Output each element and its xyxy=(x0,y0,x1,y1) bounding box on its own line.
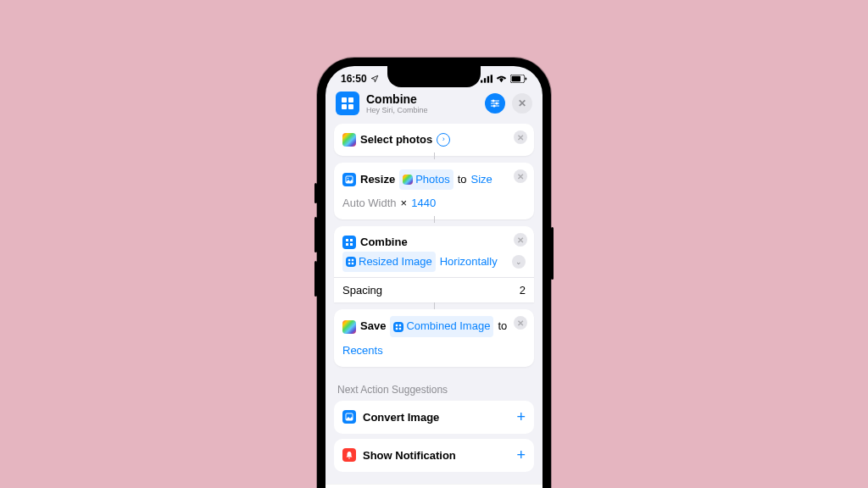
photos-icon xyxy=(403,175,413,185)
action-save[interactable]: Save Combined Image to Recents ✕ xyxy=(334,309,534,366)
combine-input-param[interactable]: Resized Image xyxy=(342,252,436,272)
dimension-sep: × xyxy=(401,194,408,213)
svg-point-16 xyxy=(493,105,496,108)
spacing-label: Spacing xyxy=(342,284,382,297)
save-input-param[interactable]: Combined Image xyxy=(390,316,493,336)
action-resize[interactable]: Resize Photos to Size Auto Width × 1440 … xyxy=(334,163,534,219)
grid-icon xyxy=(342,236,356,249)
actions-list: Select photos › ✕ Resize Photos to Size … xyxy=(326,124,542,472)
resize-input-param[interactable]: Photos xyxy=(399,169,453,190)
svg-rect-30 xyxy=(399,327,401,329)
svg-rect-19 xyxy=(346,239,348,241)
connector xyxy=(434,152,435,159)
spacing-row[interactable]: Spacing 2 xyxy=(334,277,534,302)
connector xyxy=(434,216,435,223)
add-icon[interactable]: + xyxy=(516,446,526,464)
suggestion-label: Show Notification xyxy=(363,449,509,462)
svg-rect-5 xyxy=(512,76,520,81)
action-select-photos[interactable]: Select photos › ✕ xyxy=(334,124,534,156)
grid-icon xyxy=(346,257,356,267)
save-dest-param[interactable]: Recents xyxy=(342,341,383,360)
wifi-icon xyxy=(496,75,507,83)
notch xyxy=(387,66,481,87)
svg-rect-7 xyxy=(342,97,347,103)
photos-icon xyxy=(342,320,356,334)
header: Combine Hey Siri, Combine ✕ xyxy=(326,86,542,124)
action-label: Save xyxy=(360,317,386,336)
resize-height-param[interactable]: 1440 xyxy=(411,194,436,213)
notification-icon xyxy=(342,448,356,462)
resize-size-param[interactable]: Size xyxy=(471,170,492,189)
svg-rect-23 xyxy=(348,259,350,261)
shortcut-subtitle: Hey Siri, Combine xyxy=(366,106,478,114)
suggestion-label: Convert Image xyxy=(363,411,509,424)
svg-rect-6 xyxy=(526,77,527,80)
combine-mode-param[interactable]: Horizontally xyxy=(440,252,498,271)
volume-down xyxy=(314,261,317,297)
add-icon[interactable]: + xyxy=(516,408,526,426)
location-icon xyxy=(370,75,379,83)
resize-width-param[interactable]: Auto Width xyxy=(342,194,397,213)
collapse-icon[interactable]: ⌄ xyxy=(512,255,526,269)
svg-rect-10 xyxy=(348,104,353,109)
mute-switch xyxy=(314,183,317,203)
svg-point-12 xyxy=(492,100,495,103)
action-label: Select photos xyxy=(360,130,432,149)
photos-icon xyxy=(342,133,356,147)
suggestions-label: Next Action Suggestions xyxy=(334,374,534,401)
action-label: Resize xyxy=(360,170,395,189)
svg-rect-8 xyxy=(348,97,353,103)
header-text[interactable]: Combine Hey Siri, Combine xyxy=(366,92,478,114)
suggestion-convert-image[interactable]: Convert Image + xyxy=(334,401,534,434)
action-label: Combine xyxy=(360,233,408,252)
svg-rect-22 xyxy=(350,243,353,246)
svg-rect-24 xyxy=(352,259,353,261)
svg-rect-25 xyxy=(348,263,350,264)
cellular-icon xyxy=(481,75,492,83)
delete-action-button[interactable]: ✕ xyxy=(514,130,527,144)
battery-icon xyxy=(510,75,527,83)
shortcut-title: Combine xyxy=(366,92,478,106)
svg-point-14 xyxy=(496,103,498,105)
svg-point-18 xyxy=(348,178,349,180)
svg-rect-1 xyxy=(484,78,486,82)
svg-rect-20 xyxy=(350,239,353,241)
close-button[interactable]: ✕ xyxy=(512,93,532,114)
action-combine[interactable]: Combine Resized Image Horizontally ⌄ ✕ S… xyxy=(334,226,534,302)
to-label: to xyxy=(458,170,467,189)
image-icon xyxy=(342,173,356,186)
svg-rect-27 xyxy=(396,324,398,325)
status-time: 16:50 xyxy=(341,73,367,85)
search-bar[interactable]: 🔍 Search for apps and actions xyxy=(326,484,542,488)
svg-rect-29 xyxy=(396,327,398,329)
svg-rect-3 xyxy=(491,75,492,82)
shortcut-icon xyxy=(336,92,359,115)
image-icon xyxy=(342,410,356,424)
volume-up xyxy=(314,217,317,252)
settings-button[interactable] xyxy=(485,93,505,114)
phone-screen: 16:50 Combine Hey Siri, Combine ✕ xyxy=(326,66,542,488)
power-button xyxy=(551,227,554,280)
svg-rect-26 xyxy=(352,263,353,264)
grid-icon xyxy=(393,322,403,332)
svg-rect-0 xyxy=(481,80,482,83)
suggestion-show-notification[interactable]: Show Notification + xyxy=(334,439,534,472)
phone-frame: 16:50 Combine Hey Siri, Combine ✕ xyxy=(317,58,551,488)
to-label: to xyxy=(498,317,507,336)
connector xyxy=(434,302,435,309)
svg-rect-9 xyxy=(342,104,347,109)
svg-rect-2 xyxy=(487,76,489,83)
svg-rect-28 xyxy=(399,324,401,325)
svg-rect-21 xyxy=(346,243,348,246)
spacing-value: 2 xyxy=(520,284,526,297)
delete-action-button[interactable]: ✕ xyxy=(514,169,527,183)
expand-icon[interactable]: › xyxy=(437,133,450,147)
